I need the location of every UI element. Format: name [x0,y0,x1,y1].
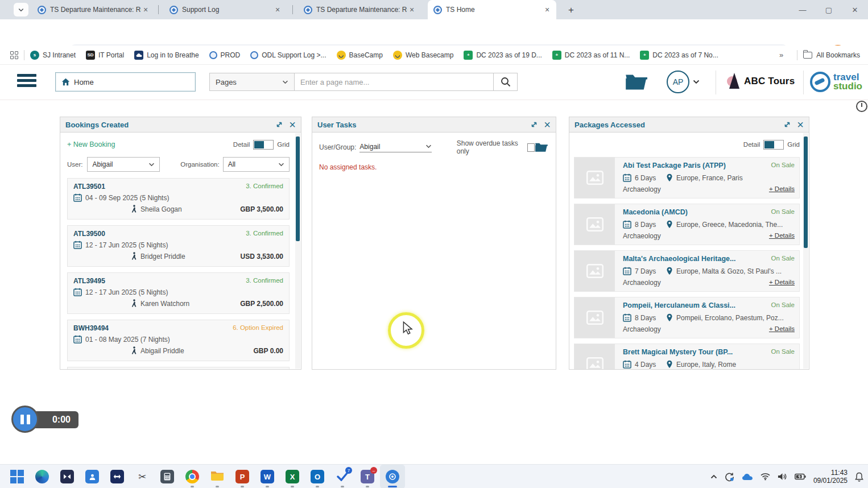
booking-card[interactable]: BWH394946. Option Expired 01 - 08 May 20… [67,320,290,361]
start-button[interactable] [5,465,30,488]
package-card[interactable]: Abi Test Package Paris (ATPP)On Sale 6 D… [574,157,800,198]
browser-tab-3[interactable]: TS Departure Maintenance: Ron × [298,0,421,19]
scrollbar-thumb[interactable] [804,137,808,248]
package-name[interactable]: Abi Test Package Paris (ATPP) [623,162,726,169]
booking-card[interactable]: ATL395003. Confirmed 12 - 17 Jun 2025 (5… [67,225,290,267]
package-name[interactable]: Pompeii, Herculaneum & Classi... [623,301,735,309]
onedrive-cloud-icon[interactable] [742,473,753,481]
panel-scrollbar[interactable] [803,133,808,369]
package-name[interactable]: Brett Magical Mystery Tour (BP... [623,348,733,356]
details-link[interactable]: + Details [769,279,795,287]
all-bookmarks-button[interactable]: All Bookmarks [803,51,860,59]
scrollbar-thumb[interactable] [296,137,300,241]
taskbar-excel[interactable]: X [280,465,305,488]
window-close-button[interactable]: ✕ [842,0,868,19]
taskbar-calculator[interactable] [155,465,180,488]
user-avatar[interactable]: AP [667,71,689,93]
booking-card[interactable]: ATL394953. Confirmed 12 - 17 Jun 2025 (5… [67,272,290,314]
tab-close-icon[interactable]: × [543,5,552,14]
taskbar-clock[interactable]: 11:43 09/01/2025 [813,469,848,485]
bookmarks-overflow-chevron[interactable]: » [779,51,783,59]
package-name[interactable]: Macedonia (AMCD) [623,208,688,216]
package-card[interactable]: Malta's Archaeological Heritage...On Sal… [574,250,800,292]
close-panel-icon[interactable]: × [544,119,551,130]
details-link[interactable]: + Details [769,185,795,193]
package-card[interactable]: Brett Magical Mystery Tour (BP...On Sale… [574,344,800,370]
taskbar-outlook[interactable]: O [305,465,330,488]
tray-overflow-chevron-icon[interactable] [710,474,717,479]
taskbar-file-explorer[interactable] [205,465,230,488]
bookmark-prod[interactable]: PROD [209,51,241,59]
bookmark-odl-support[interactable]: ODL Support Log >... [250,51,326,59]
expand-panel-icon[interactable] [530,121,538,129]
bookmark-sj-intranet[interactable]: sSJ Intranet [30,51,76,60]
bookmark-it-portal[interactable]: SDIT Portal [86,51,124,60]
overdue-checkbox[interactable] [527,143,535,152]
notifications-bell-icon[interactable] [855,472,863,482]
package-name[interactable]: Malta's Archaeological Heritage... [623,255,735,263]
open-folder-icon[interactable] [625,72,650,92]
booking-reference[interactable]: ATL39500 [73,230,105,238]
volume-icon[interactable] [778,473,787,481]
taskbar-clipchamp[interactable] [55,465,80,488]
expand-panel-icon[interactable] [783,121,791,129]
booking-card[interactable]: BWH394936. Option Expired [67,367,290,370]
package-card[interactable]: Pompeii, Herculaneum & Classi...On Sale … [574,297,800,338]
window-minimize-button[interactable]: — [790,0,816,19]
bookmark-web-basecamp[interactable]: ◡Web Basecamp [393,51,454,60]
bookmark-basecamp[interactable]: ◡BaseCamp [337,51,383,60]
bookmark-dc-19[interactable]: +DC 2023 as of 19 D... [464,51,542,60]
browser-tab-1[interactable]: TS Departure Maintenance: Ron × [32,0,155,19]
booking-reference[interactable]: ATL39501 [73,183,105,191]
user-group-dropdown[interactable]: Abigail [359,143,431,152]
tab-close-icon[interactable]: × [407,5,416,14]
breadcrumb[interactable]: Home [55,72,196,92]
sync-icon[interactable] [725,472,734,482]
expand-panel-icon[interactable] [275,121,283,129]
window-maximize-button[interactable]: ▢ [816,0,842,19]
details-link[interactable]: + Details [769,325,795,333]
tab-close-icon[interactable]: × [273,5,282,14]
taskbar-teamviewer[interactable] [105,465,130,488]
browser-tab-active[interactable]: TS Home × [428,0,556,19]
taskbar-people[interactable] [80,465,105,488]
user-menu[interactable]: AP [667,71,700,93]
taskbar-snipping-tool[interactable]: ✂ [130,465,155,488]
wifi-icon[interactable] [760,473,770,481]
chevron-down-icon[interactable] [693,80,700,84]
details-link[interactable]: + Details [769,232,795,240]
page-search-input[interactable] [295,73,494,91]
taskbar-todo[interactable]: 7 [330,465,355,488]
tab-close-icon[interactable]: × [141,5,150,14]
new-booking-link[interactable]: + New Booking [67,140,115,148]
taskbar-chrome[interactable] [180,465,205,488]
detail-grid-toggle[interactable] [253,140,274,150]
close-panel-icon[interactable]: × [289,119,296,130]
package-card[interactable]: Macedonia (AMCD)On Sale 8 Days Europe, G… [574,204,800,245]
tab-search-chevron-button[interactable] [14,3,28,16]
taskbar-screen-recorder[interactable] [380,465,405,488]
bookmark-breathe[interactable]: Log in to Breathe [134,51,199,60]
close-panel-icon[interactable]: × [797,119,804,130]
organisation-filter-dropdown[interactable]: All [223,157,290,172]
battery-icon[interactable] [795,473,806,480]
taskbar-word[interactable]: W [255,465,280,488]
bookmark-dc-7[interactable]: +DC 2023 as of 7 No... [640,51,718,60]
open-folder-icon[interactable] [535,140,549,154]
bookmark-dc-11[interactable]: +DC 2023 as of 11 N... [552,51,630,60]
hamburger-menu-icon[interactable] [17,74,36,89]
user-filter-dropdown[interactable]: Abigail [87,157,160,172]
taskbar-edge-browser[interactable] [30,465,55,488]
new-tab-button[interactable]: + [564,3,578,17]
booking-reference[interactable]: ATL39495 [73,277,105,285]
browser-tab-2[interactable]: Support Log × [164,0,287,19]
pause-recording-button[interactable] [11,406,39,433]
panel-scrollbar[interactable] [295,133,300,369]
booking-reference[interactable]: BWH39494 [73,324,109,332]
booking-card[interactable]: ATL395013. Confirmed 04 - 09 Sep 2025 (5… [67,178,290,220]
page-search-button[interactable] [494,73,518,91]
taskbar-powerpoint[interactable]: P [230,465,255,488]
apps-grid-icon[interactable] [10,51,18,59]
taskbar-teams[interactable]: T– [355,465,380,488]
pages-dropdown[interactable]: Pages [209,73,295,91]
